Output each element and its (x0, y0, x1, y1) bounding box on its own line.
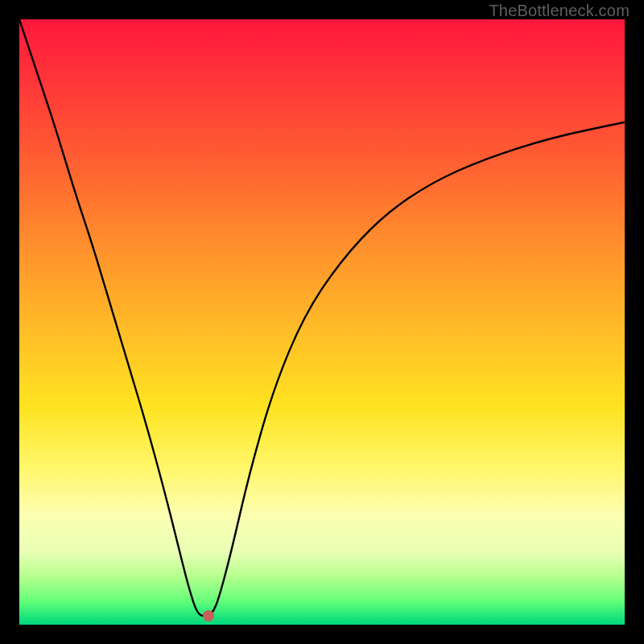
watermark-text: TheBottleneck.com (489, 2, 630, 20)
optimum-marker (203, 610, 214, 621)
chart-frame: TheBottleneck.com (0, 0, 644, 644)
bottleneck-curve (19, 19, 625, 625)
plot-area (19, 19, 625, 625)
